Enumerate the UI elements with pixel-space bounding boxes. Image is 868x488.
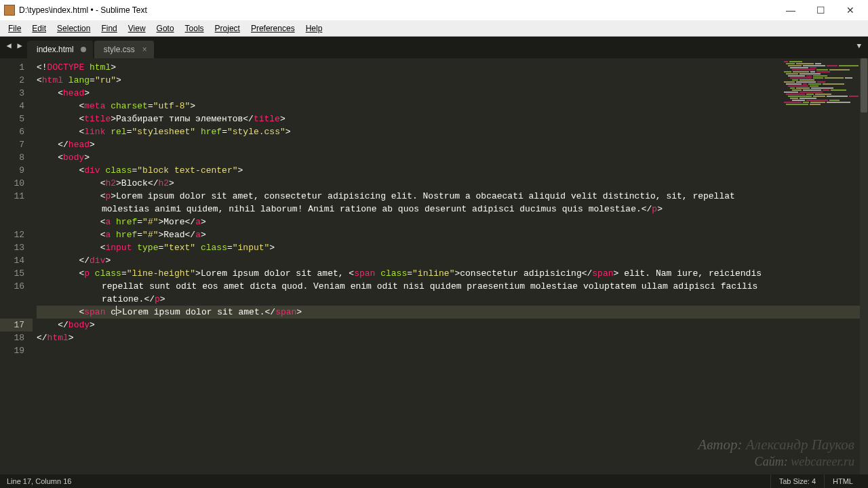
menu-goto[interactable]: Goto xyxy=(151,24,180,33)
editor: 1234567891011 1213141516 171819 <!DOCTYP… xyxy=(0,58,868,474)
tab-label: index.html xyxy=(37,45,74,54)
close-icon[interactable]: × xyxy=(142,45,147,54)
vertical-scrollbar[interactable] xyxy=(860,58,868,474)
tab-style-css[interactable]: style.css × xyxy=(94,41,154,58)
menubar: File Edit Selection Find View Goto Tools… xyxy=(0,20,868,37)
status-tab-size[interactable]: Tab Size: 4 xyxy=(770,474,824,488)
menu-tools[interactable]: Tools xyxy=(180,24,210,33)
menu-file[interactable]: File xyxy=(3,24,26,33)
menu-preferences[interactable]: Preferences xyxy=(245,24,300,33)
minimap[interactable] xyxy=(784,61,859,102)
code-area[interactable]: <!DOCTYPE html><html lang="ru"> <head> <… xyxy=(33,58,868,474)
menu-view[interactable]: View xyxy=(123,24,151,33)
menu-project[interactable]: Project xyxy=(210,24,245,33)
minimize-button[interactable]: — xyxy=(783,5,799,16)
back-icon[interactable]: ◀ xyxy=(4,41,14,51)
close-button[interactable]: ✕ xyxy=(842,5,859,16)
window-titlebar: D:\types\index.html • - Sublime Text — ☐… xyxy=(0,0,868,20)
window-title: D:\types\index.html • - Sublime Text xyxy=(19,5,783,15)
menu-edit[interactable]: Edit xyxy=(26,24,52,33)
status-position[interactable]: Line 17, Column 16 xyxy=(7,474,79,488)
watermark: Автор: Александр Пауков Сайт: webcareer.… xyxy=(698,436,854,469)
forward-icon[interactable]: ▶ xyxy=(15,41,24,51)
statusbar: Line 17, Column 16 Tab Size: 4 HTML xyxy=(0,474,868,488)
tab-label: style.css xyxy=(104,45,135,54)
scrollbar-thumb[interactable] xyxy=(861,58,867,113)
status-syntax[interactable]: HTML xyxy=(824,474,861,488)
tabbar: ◀ ▶ index.html style.css × ▼ xyxy=(0,37,868,58)
history-nav: ◀ ▶ xyxy=(4,41,24,51)
tab-index-html[interactable]: index.html xyxy=(27,41,93,58)
gutter: 1234567891011 1213141516 171819 xyxy=(0,58,33,474)
menu-selection[interactable]: Selection xyxy=(52,24,96,33)
app-icon xyxy=(4,5,15,16)
menu-help[interactable]: Help xyxy=(300,24,328,33)
maximize-button[interactable]: ☐ xyxy=(812,5,829,16)
window-controls: — ☐ ✕ xyxy=(783,5,864,16)
dirty-indicator-icon xyxy=(81,47,86,52)
menu-find[interactable]: Find xyxy=(96,24,122,33)
tab-overflow-icon[interactable]: ▼ xyxy=(856,42,861,50)
